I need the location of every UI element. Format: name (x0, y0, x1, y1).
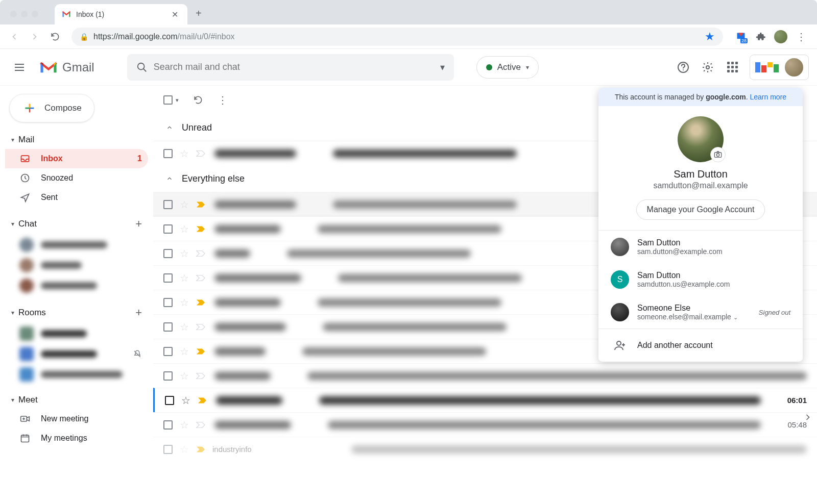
browser-menu-icon[interactable]: ⋮ (796, 31, 807, 42)
row-checkbox[interactable] (163, 347, 173, 356)
refresh-icon[interactable] (193, 95, 203, 105)
manage-account-button[interactable]: Manage your Google Account (636, 199, 765, 220)
important-marker[interactable] (196, 348, 205, 355)
chat-section-header[interactable]: ▾Chat+ (5, 213, 148, 235)
traffic-light-minimize[interactable] (21, 11, 28, 17)
account-avatar[interactable] (785, 58, 803, 77)
important-marker[interactable] (196, 225, 205, 233)
back-button[interactable] (6, 29, 22, 45)
add-room-icon[interactable]: + (135, 306, 142, 319)
traffic-light-zoom[interactable] (32, 11, 38, 17)
bookmark-star-icon[interactable]: ★ (705, 30, 715, 43)
row-checkbox[interactable] (163, 200, 173, 209)
important-marker[interactable] (196, 250, 205, 257)
mail-row[interactable]: ☆ (153, 363, 817, 388)
switch-account-row[interactable]: Sam Duttonsam.dutton@example.com (598, 231, 803, 263)
star-icon[interactable]: ☆ (180, 272, 189, 284)
search-box[interactable]: ▾ (127, 54, 454, 81)
mail-row[interactable]: ☆05:48 (153, 412, 817, 437)
nav-my-meetings[interactable]: My meetings (5, 429, 148, 448)
row-checkbox[interactable] (165, 396, 174, 405)
important-marker[interactable] (196, 150, 205, 157)
profile-avatar-icon[interactable] (774, 30, 787, 43)
compose-button[interactable]: Compose (9, 94, 94, 122)
help-icon[interactable] (676, 60, 690, 74)
row-checkbox[interactable] (163, 322, 173, 332)
switch-account-row[interactable]: S Sam Duttonsamdutton.us@example.com (598, 263, 803, 296)
row-checkbox[interactable] (163, 149, 173, 158)
star-icon[interactable]: ☆ (180, 247, 189, 260)
star-icon[interactable]: ☆ (180, 370, 189, 382)
extensions-puzzle-icon[interactable] (755, 31, 766, 42)
row-checkbox[interactable] (163, 249, 173, 258)
star-icon[interactable]: ☆ (180, 443, 189, 456)
important-marker[interactable] (196, 421, 205, 429)
browser-tab[interactable]: Inbox (1) ✕ (55, 4, 187, 24)
nav-new-meeting[interactable]: New meeting (5, 409, 148, 429)
rooms-section-header[interactable]: ▾Rooms+ (5, 302, 148, 323)
add-account-button[interactable]: Add another account (598, 329, 803, 362)
meet-section-header[interactable]: ▾Meet (5, 391, 148, 409)
mail-row[interactable]: ☆industryinfo (153, 437, 817, 461)
address-bar[interactable]: 🔒 https://mail.google.com/mail/u/0/#inbo… (71, 28, 723, 46)
reload-button[interactable] (47, 29, 63, 45)
mail-section-header[interactable]: ▾Mail (5, 131, 148, 149)
nav-inbox[interactable]: Inbox 1 (5, 149, 148, 168)
traffic-light-close[interactable] (10, 11, 17, 17)
room-item[interactable] (5, 323, 148, 344)
switch-account-row[interactable]: Someone Elsesomeone.else@mail.example ⌄ … (598, 296, 803, 329)
star-icon[interactable]: ☆ (180, 223, 189, 235)
org-indicator[interactable] (750, 55, 809, 80)
star-icon[interactable]: ☆ (180, 321, 189, 333)
subject-redacted (318, 225, 501, 233)
nav-snoozed[interactable]: Snoozed (5, 168, 148, 188)
important-marker[interactable] (196, 372, 205, 380)
side-panel-toggle[interactable] (803, 412, 813, 422)
row-checkbox[interactable] (163, 371, 173, 381)
settings-gear-icon[interactable] (701, 60, 715, 74)
tab-close-icon[interactable]: ✕ (170, 10, 180, 19)
room-item[interactable] (5, 364, 148, 385)
more-icon[interactable]: ⋮ (218, 94, 228, 106)
extension-badge-icon[interactable]: 28 (735, 31, 747, 42)
nav-sent[interactable]: Sent (5, 188, 148, 207)
star-icon[interactable]: ☆ (180, 419, 189, 431)
row-checkbox[interactable] (163, 273, 173, 283)
row-checkbox[interactable] (163, 298, 173, 307)
add-chat-icon[interactable]: + (135, 217, 142, 231)
star-icon[interactable]: ☆ (180, 147, 189, 160)
star-icon[interactable]: ☆ (180, 296, 189, 309)
search-input[interactable] (154, 62, 440, 72)
row-checkbox[interactable] (163, 224, 173, 234)
important-marker[interactable] (196, 201, 205, 208)
important-marker[interactable] (196, 446, 205, 453)
room-item[interactable] (5, 344, 148, 364)
lock-icon: 🔒 (80, 33, 88, 41)
extension-icons: 28 ⋮ (731, 30, 811, 43)
star-icon[interactable]: ☆ (180, 198, 189, 211)
star-icon[interactable]: ☆ (180, 345, 189, 358)
select-all-checkbox[interactable]: ▾ (163, 95, 179, 105)
profile-photo[interactable] (678, 116, 724, 162)
important-marker[interactable] (198, 397, 207, 404)
chat-contact[interactable] (5, 255, 148, 275)
forward-button[interactable] (27, 29, 43, 45)
change-photo-icon[interactable] (710, 147, 726, 162)
important-marker[interactable] (196, 299, 205, 306)
chat-contact[interactable] (5, 275, 148, 296)
tab-title: Inbox (1) (76, 10, 164, 18)
learn-more-link[interactable]: Learn more (750, 93, 786, 101)
status-selector[interactable]: Active ▾ (476, 56, 539, 79)
mail-row[interactable]: ☆06:01 (153, 388, 817, 412)
main-menu-icon[interactable] (8, 56, 31, 79)
row-checkbox[interactable] (163, 420, 173, 430)
important-marker[interactable] (196, 274, 205, 282)
apps-grid-icon[interactable] (725, 60, 739, 74)
chat-contact[interactable] (5, 235, 148, 255)
important-marker[interactable] (196, 323, 205, 331)
search-options-icon[interactable]: ▾ (440, 62, 445, 73)
new-tab-button[interactable]: + (187, 8, 210, 24)
star-icon[interactable]: ☆ (181, 394, 190, 407)
gmail-logo[interactable]: Gmail (39, 60, 94, 74)
row-checkbox[interactable] (163, 445, 173, 454)
